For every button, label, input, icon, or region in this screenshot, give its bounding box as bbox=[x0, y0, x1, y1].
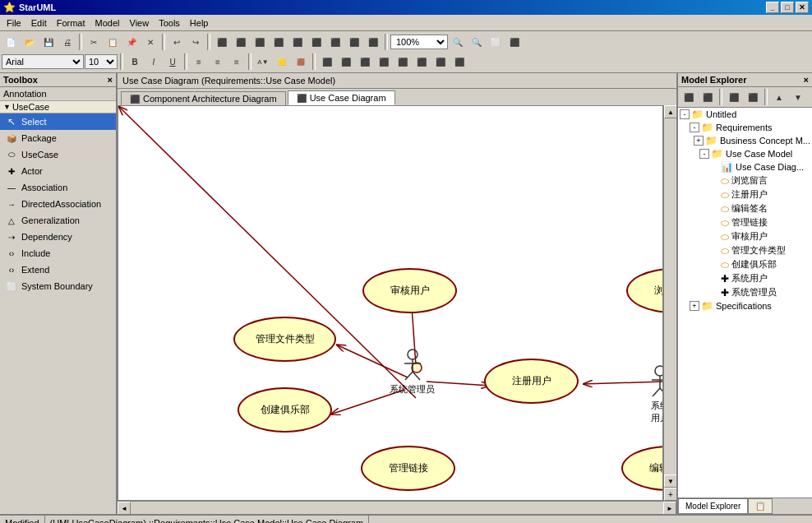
hscroll-track[interactable] bbox=[131, 502, 663, 514]
zoom-in-button[interactable]: 🔍 bbox=[449, 34, 467, 50]
tab-usecase[interactable]: ⬛ Use Case Diagram bbox=[288, 90, 395, 105]
minimize-button[interactable]: _ bbox=[766, 2, 779, 13]
menu-format[interactable]: Format bbox=[52, 15, 90, 30]
tb-btn-7[interactable]: ⬛ bbox=[326, 34, 344, 50]
bold-button[interactable]: B bbox=[126, 53, 144, 70]
tree-item-edit-sig[interactable]: ⬭ 编辑签名 bbox=[678, 201, 812, 215]
actor-sysuser[interactable]: 系统用户 bbox=[648, 365, 663, 424]
layout-btn-6[interactable]: ⬛ bbox=[413, 53, 431, 70]
toolbox-item-directed-association[interactable]: → DirectedAssociation bbox=[0, 196, 116, 212]
tree-item-use-case-diag[interactable]: 📊 Use Case Diag... bbox=[678, 160, 812, 174]
tree-item-manage-link[interactable]: ⬭ 管理链接 bbox=[678, 215, 812, 229]
tab-component[interactable]: ⬛ Component Architecture Diagram bbox=[121, 91, 286, 105]
toolbox-item-generalization[interactable]: △ Generalization bbox=[0, 212, 116, 229]
window-controls[interactable]: _ □ ✕ bbox=[766, 2, 809, 13]
layout-btn-5[interactable]: ⬛ bbox=[394, 53, 412, 70]
layout-btn-4[interactable]: ⬛ bbox=[375, 53, 393, 70]
menu-help[interactable]: Help bbox=[185, 15, 214, 30]
save-button[interactable]: 💾 bbox=[39, 34, 58, 50]
tree-item-review-user[interactable]: ⬭ 审核用户 bbox=[678, 229, 812, 243]
toolbox-item-select[interactable]: ↖ Select bbox=[0, 113, 116, 130]
explorer-btn-2[interactable]: ⬛ bbox=[699, 89, 717, 105]
explorer-btn-6[interactable]: ▼ bbox=[789, 89, 807, 105]
scroll-down-button[interactable]: ▼ bbox=[664, 474, 676, 488]
vscroll-track[interactable] bbox=[664, 118, 676, 474]
color-btn-3[interactable]: 🟫 bbox=[292, 53, 310, 70]
new-button[interactable]: 📄 bbox=[2, 34, 20, 50]
toolbox-item-actor[interactable]: ✚ Actor bbox=[0, 163, 116, 179]
zoom-select[interactable]: 100% 75% 50% 150% 200% bbox=[390, 35, 448, 49]
open-button[interactable]: 📂 bbox=[21, 34, 39, 50]
scroll-left-button[interactable]: ◄ bbox=[118, 502, 131, 514]
explorer-btn-5[interactable]: ▲ bbox=[770, 89, 788, 105]
zoom-out-button[interactable]: 🔍 bbox=[468, 34, 486, 50]
copy-button[interactable]: 📋 bbox=[104, 34, 122, 50]
tree-item-manage-file[interactable]: ⬭ 管理文件类型 bbox=[678, 243, 812, 257]
scroll-up-button[interactable]: ▲ bbox=[664, 105, 676, 118]
tree-item-use-case-model[interactable]: - 📁 Use Case Model bbox=[678, 147, 812, 160]
tree-item-untitled[interactable]: - 📁 Untitled bbox=[678, 108, 812, 121]
cut-button[interactable]: ✂ bbox=[85, 34, 103, 50]
usecase-browse-msg[interactable]: 浏览留言 bbox=[626, 268, 663, 313]
expand-untitled[interactable]: - bbox=[680, 109, 690, 119]
toolbox-item-dependency[interactable]: ⇢ Dependency bbox=[0, 229, 116, 245]
align-right-button[interactable]: ≡ bbox=[228, 53, 246, 70]
menu-file[interactable]: File bbox=[2, 15, 26, 30]
usecase-create-club[interactable]: 创建俱乐部 bbox=[238, 387, 332, 433]
toolbox-item-system-boundary[interactable]: ⬜ System Boundary bbox=[0, 278, 116, 294]
toolbox-item-package[interactable]: 📦 Package bbox=[0, 130, 116, 146]
explorer-close[interactable]: × bbox=[804, 75, 809, 85]
font-family-select[interactable]: Arial bbox=[2, 54, 84, 69]
explorer-btn-3[interactable]: ⬛ bbox=[725, 89, 743, 105]
layout-btn-1[interactable]: ⬛ bbox=[318, 53, 336, 70]
tree-item-business-concept[interactable]: + 📁 Business Concept M... bbox=[678, 134, 812, 147]
actor-admin[interactable]: 系统管理员 bbox=[390, 349, 435, 396]
maximize-button[interactable]: □ bbox=[781, 2, 794, 13]
toolbox-category-usecase[interactable]: ▼ UseCase bbox=[0, 101, 116, 113]
expand-requirements[interactable]: - bbox=[690, 123, 699, 132]
diagram-canvas[interactable]: 审核用户 浏览留言 管理文件类型 注册用户 bbox=[118, 105, 663, 501]
tb-btn-1[interactable]: ⬛ bbox=[213, 34, 231, 50]
explorer-btn-1[interactable]: ⬛ bbox=[680, 89, 698, 105]
tb-btn-5[interactable]: ⬛ bbox=[288, 34, 307, 50]
explorer-btn-4[interactable]: ⬛ bbox=[744, 89, 762, 105]
toolbox-item-usecase[interactable]: ⬭ UseCase bbox=[0, 146, 116, 163]
menu-tools[interactable]: Tools bbox=[154, 15, 185, 30]
zoom-actual-button[interactable]: ⬛ bbox=[505, 34, 524, 50]
undo-button[interactable]: ↩ bbox=[168, 34, 186, 50]
menu-edit[interactable]: Edit bbox=[26, 15, 52, 30]
menu-model[interactable]: Model bbox=[90, 15, 125, 30]
tb-btn-9[interactable]: ⬛ bbox=[364, 34, 382, 50]
tree-item-specifications[interactable]: + 📁 Specifications bbox=[678, 299, 812, 312]
tree-item-requirements[interactable]: - 📁 Requirements bbox=[678, 121, 812, 134]
toolbox-item-include[interactable]: ‹› Include bbox=[0, 245, 116, 262]
vertical-scrollbar[interactable]: ▲ ▼ + bbox=[663, 105, 676, 501]
tree-item-sys-user[interactable]: ✚ 系统用户 bbox=[678, 271, 812, 285]
usecase-edit-sig[interactable]: 编辑签名 bbox=[621, 446, 663, 491]
close-button[interactable]: ✕ bbox=[796, 2, 809, 13]
tb-btn-8[interactable]: ⬛ bbox=[345, 34, 363, 50]
layout-btn-3[interactable]: ⬛ bbox=[356, 53, 374, 70]
align-left-button[interactable]: ≡ bbox=[190, 53, 208, 70]
layout-btn-8[interactable]: ⬛ bbox=[450, 53, 468, 70]
tree-item-create-club[interactable]: ⬭ 创建俱乐部 bbox=[678, 257, 812, 271]
explorer-tab-extra[interactable]: 📋 bbox=[748, 498, 773, 514]
expand-specifications[interactable]: + bbox=[690, 301, 699, 311]
usecase-register[interactable]: 注册用户 bbox=[484, 359, 579, 404]
font-size-select[interactable]: 10 bbox=[85, 54, 118, 69]
layout-btn-7[interactable]: ⬛ bbox=[431, 53, 450, 70]
delete-button[interactable]: ✕ bbox=[141, 34, 159, 50]
align-center-button[interactable]: ≡ bbox=[209, 53, 227, 70]
color-btn-2[interactable]: 🟨 bbox=[273, 53, 291, 70]
tb-btn-2[interactable]: ⬛ bbox=[232, 34, 250, 50]
toolbox-annotation-label[interactable]: Annotation bbox=[0, 87, 116, 101]
toolbox-item-association[interactable]: — Association bbox=[0, 179, 116, 196]
tree-item-browse-msg[interactable]: ⬭ 浏览留言 bbox=[678, 174, 812, 187]
paste-button[interactable]: 📌 bbox=[122, 34, 141, 50]
scroll-right-button[interactable]: ► bbox=[663, 502, 676, 514]
tree-item-sys-admin[interactable]: ✚ 系统管理员 bbox=[678, 285, 812, 299]
expand-use-case-model[interactable]: - bbox=[699, 149, 709, 159]
usecase-manage-link[interactable]: 管理链接 bbox=[361, 446, 455, 491]
underline-button[interactable]: U bbox=[164, 53, 182, 70]
zoom-fit-button[interactable]: ⬜ bbox=[487, 34, 505, 50]
